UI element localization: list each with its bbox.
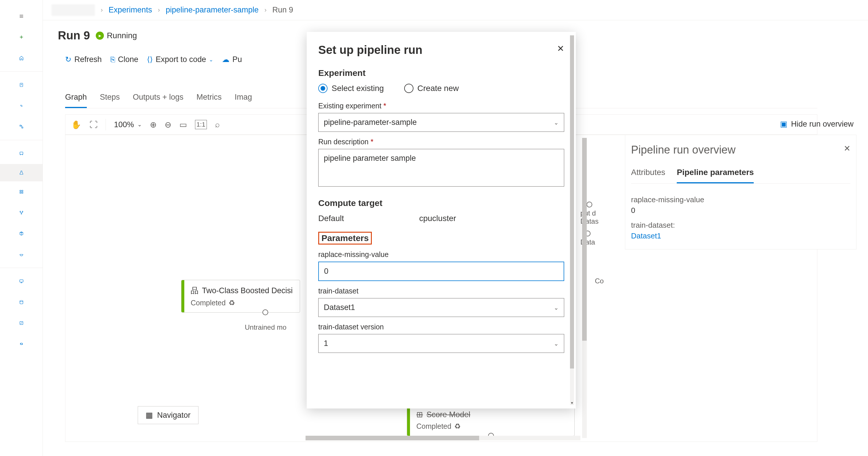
panel-icon: ▣ xyxy=(780,119,787,129)
models-icon[interactable] xyxy=(14,227,28,240)
breadcrumb-current: Run 9 xyxy=(272,5,293,15)
experiments-icon[interactable] xyxy=(14,166,28,180)
section-parameters: Parameters xyxy=(318,232,372,245)
compute-icon[interactable] xyxy=(14,274,28,288)
param-train-dataset-label: train-dataset xyxy=(318,287,564,295)
recycle-icon: ♻ xyxy=(454,422,461,430)
param-label: train-dataset: xyxy=(631,221,850,230)
module-icon: 品 xyxy=(191,285,198,296)
export-button[interactable]: ⟨⟩Export to code⌄ xyxy=(147,55,213,64)
existing-experiment-select[interactable]: pipeline-parameter-sample ⌄ xyxy=(318,113,564,132)
svg-rect-2 xyxy=(22,127,23,128)
close-icon[interactable]: ✕ xyxy=(557,44,564,54)
left-sidebar xyxy=(0,0,43,456)
linked-icon[interactable] xyxy=(14,337,28,351)
port-label: Co xyxy=(595,277,604,285)
datastores-icon[interactable] xyxy=(14,295,28,309)
action-toolbar: ↻Refresh ⎘Clone ⟨⟩Export to code⌄ ☁Pu xyxy=(65,55,242,64)
tab-graph[interactable]: Graph xyxy=(65,93,87,108)
chevron-right-icon: › xyxy=(265,6,267,14)
tab-attributes[interactable]: Attributes xyxy=(631,168,665,183)
environments-icon[interactable] xyxy=(14,248,28,261)
modal-scrollbar[interactable]: ▲ ▼ xyxy=(570,35,574,405)
breadcrumb-pipeline[interactable]: pipeline-parameter-sample xyxy=(166,5,259,15)
experiment-radio-group: Select existing Create new xyxy=(318,84,564,93)
notebook-icon[interactable] xyxy=(14,78,28,92)
plus-icon[interactable] xyxy=(14,30,28,44)
chevron-right-icon: › xyxy=(158,6,160,14)
recycle-icon: ♻ xyxy=(228,299,235,307)
automl-icon[interactable] xyxy=(14,99,28,113)
refresh-icon: ↻ xyxy=(65,55,71,64)
hand-icon[interactable]: ✋ xyxy=(71,120,81,130)
existing-experiment-label: Existing experiment * xyxy=(318,102,564,110)
horizontal-scrollbar[interactable] xyxy=(306,436,580,440)
section-compute: Compute target xyxy=(318,198,564,208)
tab-metrics[interactable]: Metrics xyxy=(196,93,222,108)
overview-panel: Pipeline run overview ✕ Attributes Pipel… xyxy=(625,135,857,250)
running-icon: ▸ xyxy=(96,32,104,40)
page-title: Run 9 xyxy=(58,29,90,42)
setup-pipeline-modal: ✕ Set up pipeline run Experiment Select … xyxy=(307,32,576,408)
compute-target-row: Default cpucluster xyxy=(318,214,564,223)
module-icon: ⊞ xyxy=(416,410,423,419)
page-header: Run 9 ▸ Running xyxy=(58,29,137,42)
screenshot-icon[interactable]: ⛶ xyxy=(89,120,97,130)
param-value-link[interactable]: Dataset1 xyxy=(631,231,850,240)
tab-images[interactable]: Imag xyxy=(235,93,252,108)
svg-rect-11 xyxy=(20,280,23,282)
designer-icon[interactable] xyxy=(14,120,28,134)
radio-select-existing[interactable]: Select existing xyxy=(318,84,384,93)
chevron-down-icon: ⌄ xyxy=(554,304,559,311)
data-icon[interactable] xyxy=(14,147,28,161)
module-boosted-decision[interactable]: 品Two-Class Boosted Decisi Completed♻ xyxy=(181,280,300,313)
overview-title: Pipeline run overview xyxy=(631,144,850,156)
map-icon: ▦ xyxy=(146,410,153,420)
search-icon[interactable]: ⌕ xyxy=(215,120,220,129)
svg-rect-4 xyxy=(20,190,21,192)
zoom-out-icon[interactable]: ⊖ xyxy=(165,120,171,130)
publish-button[interactable]: ☁Pu xyxy=(222,55,242,64)
param-train-dataset-select[interactable]: Dataset1 ⌄ xyxy=(318,298,564,317)
home-icon[interactable] xyxy=(14,51,28,65)
chevron-down-icon: ⌄ xyxy=(554,119,559,126)
run-description-label: Run description * xyxy=(318,138,564,146)
vertical-scrollbar[interactable] xyxy=(582,138,587,438)
breadcrumb-experiments[interactable]: Experiments xyxy=(108,5,152,15)
fit-icon[interactable]: ▭ xyxy=(179,120,187,130)
overview-params: raplace-missing-value 0 train-dataset: D… xyxy=(631,195,850,240)
hamburger-icon[interactable] xyxy=(14,9,28,23)
hide-overview-button[interactable]: ▣ Hide run overview xyxy=(780,119,854,129)
zoom-in-icon[interactable]: ⊕ xyxy=(150,120,157,130)
chevron-right-icon: › xyxy=(101,6,103,14)
run-description-input[interactable]: pipeline parameter sample xyxy=(318,149,564,187)
section-experiment: Experiment xyxy=(318,68,564,78)
cloud-icon: ☁ xyxy=(222,55,229,64)
pipelines-icon[interactable] xyxy=(14,185,28,199)
param-train-dataset-version-select[interactable]: 1 ⌄ xyxy=(318,334,564,353)
svg-point-8 xyxy=(20,211,21,212)
chevron-down-icon: ⌄ xyxy=(554,340,559,347)
param-replace-missing-input[interactable]: 0 xyxy=(318,262,564,281)
svg-rect-7 xyxy=(22,192,23,193)
tab-outputs[interactable]: Outputs + logs xyxy=(133,93,183,108)
clone-icon: ⎘ xyxy=(111,55,115,64)
module-score-model[interactable]: ⊞Score Model Completed♻ xyxy=(407,404,575,436)
close-icon[interactable]: ✕ xyxy=(844,144,850,153)
code-icon: ⟨⟩ xyxy=(147,55,153,64)
tab-steps[interactable]: Steps xyxy=(100,93,120,108)
port-label-untrained: Untrained mo xyxy=(245,323,286,332)
clone-button[interactable]: ⎘Clone xyxy=(111,55,138,64)
refresh-button[interactable]: ↻Refresh xyxy=(65,55,102,64)
param-replace-missing-label: raplace-missing-value xyxy=(318,250,564,259)
breadcrumb-bar: › Experiments › pipeline-parameter-sampl… xyxy=(43,0,868,20)
tab-pipeline-parameters[interactable]: Pipeline parameters xyxy=(677,168,754,183)
param-value: 0 xyxy=(631,206,850,215)
navigator-button[interactable]: ▦ Navigator xyxy=(138,406,198,424)
param-train-dataset-version-label: train-dataset version xyxy=(318,323,564,331)
endpoints-icon[interactable] xyxy=(14,206,28,220)
zoom-level[interactable]: 100%⌄ xyxy=(114,120,142,129)
radio-create-new[interactable]: Create new xyxy=(404,84,459,93)
actual-size-icon[interactable]: 1:1 xyxy=(195,120,207,129)
labeling-icon[interactable] xyxy=(14,316,28,330)
